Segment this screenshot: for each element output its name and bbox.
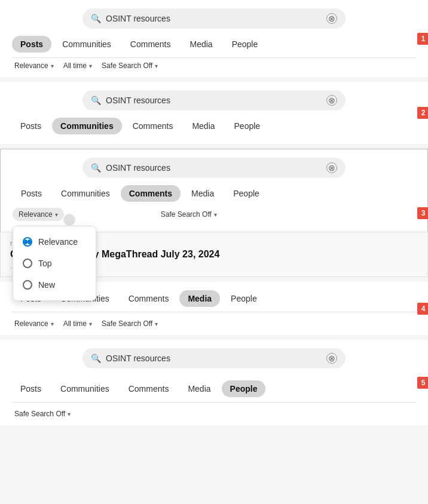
chevron-down-icon: ▾ [89,63,92,69]
search-query-2: OSINT resources [106,96,322,105]
tab-communities-2[interactable]: Communities [52,118,122,134]
relevance-filter-1[interactable]: Relevance ▾ [12,60,56,71]
relevance-filter-3[interactable]: Relevance ▾ [13,208,64,221]
divider-4 [12,312,416,312]
filters-5: Safe Search Off ▾ [12,406,416,419]
search-bar-2: 🔍 OSINT resources ⊗ [82,90,346,110]
radio-new [23,280,32,290]
search-query-1: OSINT resources [106,14,322,23]
tab-communities-1[interactable]: Communities [54,36,120,53]
tab-comments-4[interactable]: Comments [120,290,178,307]
safesearch-filter-1[interactable]: Safe Search Off ▾ [99,60,160,71]
search-bar-5: 🔍 OSINT resources ⊗ [82,348,346,368]
tab-media-5[interactable]: Media [179,380,219,397]
chevron-down-icon: ▾ [89,321,92,327]
safesearch-filter-5[interactable]: Safe Search Off ▾ [12,408,73,419]
tab-posts-3[interactable]: Posts [13,185,50,202]
tab-media-3[interactable]: Media [183,185,222,202]
section-badge-1: 1 [417,33,428,45]
divider-5 [12,402,416,402]
filters-4: Relevance ▾ All time ▾ Safe Search Off ▾ [12,316,416,329]
tab-people-5[interactable]: People [222,380,266,397]
chevron-down-icon: ▾ [51,321,54,327]
chevron-down-icon: ▾ [55,211,58,218]
dropdown-item-top[interactable]: Top [13,253,96,274]
tab-comments-5[interactable]: Comments [120,380,178,397]
radio-top [23,259,32,268]
tab-posts-2[interactable]: Posts [12,118,50,134]
tabs-1: Posts Communities Comments Media People [12,36,416,53]
section-3-content: 🔍 OSINT resources ⊗ Posts Communities Co… [0,149,428,232]
tab-communities-5[interactable]: Communities [52,380,118,397]
tab-media-2[interactable]: Media [184,118,223,134]
chevron-down-icon: ▾ [51,63,54,69]
tab-comments-1[interactable]: Comments [122,36,179,53]
tab-comments-2[interactable]: Comments [124,118,182,134]
search-bar-3: 🔍 OSINT resources ⊗ [82,158,346,178]
search-query-3: OSINT resources [106,163,322,173]
tab-people-2[interactable]: People [226,118,269,134]
filters-3: Relevance ▾ Relevance Top [13,205,415,226]
search-query-5: OSINT resources [106,354,322,363]
clear-button-2[interactable]: ⊗ [326,95,337,106]
tab-comments-3[interactable]: Comments [121,185,181,202]
chevron-down-icon: ▾ [214,211,217,218]
tab-people-1[interactable]: People [224,36,267,53]
tabs-2: Posts Communities Comments Media People [12,118,416,134]
dropdown-item-relevance[interactable]: Relevance [13,231,96,253]
clear-button-5[interactable]: ⊗ [326,353,337,364]
section-2: 🔍 OSINT resources ⊗ Posts Communities Co… [0,82,428,144]
search-icon-3: 🔍 [91,163,101,173]
chevron-down-icon: ▾ [155,63,158,69]
dropdown-item-new[interactable]: New [13,274,96,296]
search-icon-1: 🔍 [91,14,101,23]
tab-people-4[interactable]: People [222,290,265,307]
tab-communities-3[interactable]: Communities [53,185,118,202]
chevron-down-icon: ▾ [155,321,158,327]
section-3: 🔍 OSINT resources ⊗ Posts Communities Co… [0,149,428,277]
alltime-filter-1[interactable]: All time ▾ [61,60,94,71]
alltime-filter-4[interactable]: All time ▾ [61,318,94,329]
tab-posts-5[interactable]: Posts [12,380,50,397]
tab-media-4[interactable]: Media [179,290,220,307]
tab-people-3[interactable]: People [225,185,268,202]
search-bar-1: 🔍 OSINT resources ⊗ [82,8,346,29]
tabs-3: Posts Communities Comments Media People [13,185,415,202]
radio-relevance [23,237,32,247]
section-5-search-area: 🔍 OSINT resources ⊗ [12,340,416,380]
tab-media-1[interactable]: Media [182,36,221,53]
chevron-down-icon: ▾ [68,411,71,417]
section-1: 🔍 OSINT resources ⊗ Posts Communities Co… [0,0,428,77]
safesearch-filter-3[interactable]: Safe Search Off ▾ [158,209,219,220]
safesearch-filter-4[interactable]: Safe Search Off ▾ [99,318,160,329]
section-badge-4: 4 [417,303,428,315]
section-5: 🔍 OSINT resources ⊗ Posts Communities Co… [0,340,428,425]
cursor-indicator [63,214,75,226]
clear-button-3[interactable]: ⊗ [326,162,337,173]
search-icon-2: 🔍 [91,96,101,105]
section-badge-3: 3 [417,207,428,219]
relevance-dropdown-container: Relevance ▾ Relevance Top [13,208,64,221]
section-badge-2: 2 [417,107,428,119]
relevance-dropdown-menu: Relevance Top New [13,226,96,301]
filters-1: Relevance ▾ All time ▾ Safe Search Off ▾ [12,58,416,71]
search-icon-5: 🔍 [91,354,101,363]
clear-button-1[interactable]: ⊗ [326,13,337,24]
tab-posts-1[interactable]: Posts [12,36,51,53]
tabs-5: Posts Communities Comments Media People [12,380,416,397]
relevance-filter-4[interactable]: Relevance ▾ [12,318,56,329]
section-badge-5: 5 [417,377,428,389]
